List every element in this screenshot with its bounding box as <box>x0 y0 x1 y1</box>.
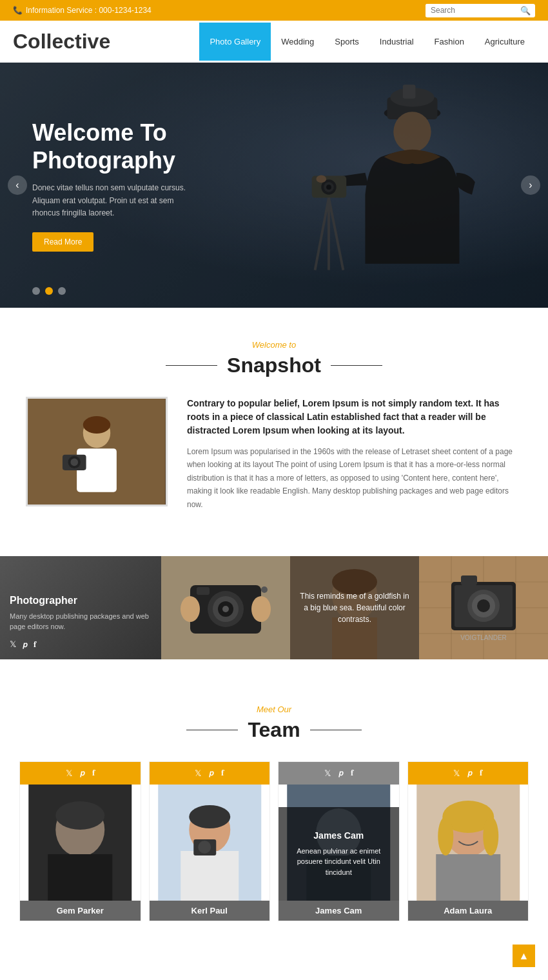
svg-rect-51 <box>48 854 112 901</box>
gallery-item-1-desc: Many desktop publishing packages and web… <box>10 612 152 632</box>
facebook-icon[interactable]: 𝐟 <box>34 639 36 650</box>
back-to-top-button[interactable]: ▲ <box>513 945 535 967</box>
team-card-james-cam: 𝕏 𝙥 𝐟 James Cam Aenean pulvinar ac enime… <box>278 761 400 921</box>
team-grid: 𝕏 𝙥 𝐟 Gem Parker 𝕏 𝙥 𝐟 <box>19 761 529 921</box>
bottom-sections: Our Specialization What We Do <box>0 954 548 980</box>
svg-point-56 <box>189 805 230 828</box>
team-card-top-gem: 𝕏 𝙥 𝐟 <box>20 762 141 785</box>
team-title: Team <box>19 718 529 742</box>
twitter-icon[interactable]: 𝕏 <box>195 768 201 778</box>
nav-sports[interactable]: Sports <box>324 23 369 61</box>
svg-point-19 <box>83 416 110 434</box>
hero-dots <box>32 287 66 295</box>
james-cam-desc: Aenean pulvinar ac enimet posuere tincid… <box>288 846 389 878</box>
team-card-img-gem <box>20 785 141 901</box>
hero-title: Welcome To Photography <box>32 119 290 174</box>
svg-point-27 <box>251 596 271 622</box>
svg-text:VOIGTLANDER: VOIGTLANDER <box>460 634 507 641</box>
twitter-icon[interactable]: 𝕏 <box>324 768 331 778</box>
team-card-img-james: James Cam Aenean pulvinar ac enimet posu… <box>279 785 399 901</box>
pinterest-icon[interactable]: 𝙥 <box>23 639 27 650</box>
hero-dot-1[interactable] <box>32 287 40 295</box>
facebook-icon[interactable]: 𝐟 <box>351 768 353 778</box>
hero-slider: Welcome To Photography Donec vitae tellu… <box>0 63 548 308</box>
team-card-name-james: James Cam <box>279 901 399 921</box>
svg-rect-64 <box>436 854 500 901</box>
facebook-icon[interactable]: 𝐟 <box>92 768 95 778</box>
hero-description: Donec vitae tellus non sem vulputate cur… <box>32 182 290 219</box>
hero-next-button[interactable]: › <box>521 175 540 195</box>
hero-dot-2[interactable] <box>45 287 53 295</box>
team-card-img-kerl <box>150 785 270 901</box>
svg-rect-28 <box>197 587 210 595</box>
nav-wedding[interactable]: Wedding <box>271 23 324 61</box>
svg-point-29 <box>261 586 268 593</box>
svg-point-67 <box>483 817 498 855</box>
snapshot-subtitle: Welcome to <box>26 340 522 350</box>
search-input[interactable] <box>426 4 516 17</box>
gallery-overlay-text: This reminds me of a goldfish in a big b… <box>300 590 409 625</box>
gallery-item-camera-hands[interactable] <box>161 556 290 659</box>
pinterest-icon[interactable]: 𝙥 <box>467 768 472 778</box>
twitter-icon[interactable]: 𝕏 <box>10 639 16 650</box>
nav-agriculture[interactable]: Agriculture <box>475 23 535 61</box>
nav-fashion[interactable]: Fashion <box>424 23 475 61</box>
gallery-item-vintage-camera[interactable]: VOIGTLANDER <box>419 556 548 659</box>
search-button[interactable]: 🔍 <box>516 4 535 17</box>
twitter-icon[interactable]: 𝕏 <box>66 768 72 778</box>
team-section: Meet Our Team 𝕏 𝙥 𝐟 Gem Parker <box>0 672 548 954</box>
hero-desc-line1: Donec vitae tellus non sem vulputate cur… <box>32 183 186 192</box>
svg-point-46 <box>477 599 490 612</box>
team-card-img-adam <box>408 785 529 901</box>
snapshot-body-text: Lorem Ipsum was popularised in the 1960s… <box>187 445 522 511</box>
snapshot-title: Snapshot <box>26 354 522 377</box>
hero-desc-line2: Aliquam erat volutpat. Proin ut est at s… <box>32 196 173 205</box>
top-bar: 📞 Information Service : 000-1234-1234 🔍 <box>0 0 548 21</box>
team-card-top-adam: 𝕏 𝙥 𝐟 <box>408 762 529 785</box>
snapshot-section: Welcome to Snapshot Contrary to popular … <box>0 308 548 543</box>
team-subtitle: Meet Our <box>19 705 529 714</box>
pinterest-icon[interactable]: 𝙥 <box>338 768 343 778</box>
hero-prev-button[interactable]: ‹ <box>8 175 27 195</box>
gallery-item-woman[interactable]: This reminds me of a goldfish in a big b… <box>290 556 419 659</box>
james-cam-name: James Cam <box>313 830 364 841</box>
gallery-item-1-social: 𝕏 𝙥 𝐟 <box>10 639 152 650</box>
snapshot-content: Contrary to popular belief, Lorem Ipsum … <box>26 397 522 511</box>
svg-point-66 <box>438 817 453 855</box>
search-bar[interactable]: 🔍 <box>426 4 535 17</box>
snapshot-image <box>26 397 168 506</box>
nav-photo-gallery[interactable]: Photo Gallery <box>199 23 271 61</box>
svg-point-18 <box>70 459 78 466</box>
facebook-icon[interactable]: 𝐟 <box>480 768 482 778</box>
info-bar: 📞 Information Service : 000-1234-1234 <box>13 6 152 15</box>
nav-industrial[interactable]: Industrial <box>369 23 424 61</box>
team-card-name-adam: Adam Laura <box>408 901 529 921</box>
facebook-icon[interactable]: 𝐟 <box>221 768 224 778</box>
team-card-name-gem: Gem Parker <box>20 901 141 921</box>
gallery-item-3-overlay: This reminds me of a goldfish in a big b… <box>290 556 419 659</box>
pinterest-icon[interactable]: 𝙥 <box>80 768 84 778</box>
snapshot-text: Contrary to popular belief, Lorem Ipsum … <box>187 397 522 511</box>
gallery-grid: Photographer Many desktop publishing pac… <box>0 556 548 659</box>
logo: Collective <box>13 30 199 54</box>
snapshot-main-text: Contrary to popular belief, Lorem Ipsum … <box>187 397 522 437</box>
svg-point-52 <box>55 801 104 830</box>
svg-rect-47 <box>461 575 477 585</box>
pinterest-icon[interactable]: 𝙥 <box>209 768 213 778</box>
svg-rect-55 <box>181 851 239 901</box>
team-card-gem-parker: 𝕏 𝙥 𝐟 Gem Parker <box>19 761 141 921</box>
twitter-icon[interactable]: 𝕏 <box>453 768 460 778</box>
gallery-item-photographer: Photographer Many desktop publishing pac… <box>0 556 161 659</box>
hero-dot-3[interactable] <box>58 287 66 295</box>
team-card-top-james: 𝕏 𝙥 𝐟 <box>279 762 399 785</box>
team-card-overlay-james: James Cam Aenean pulvinar ac enimet posu… <box>279 807 399 901</box>
header: Collective Photo Gallery Wedding Sports … <box>0 21 548 63</box>
svg-point-58 <box>198 841 211 854</box>
info-text: Information Service : 000-1234-1234 <box>26 6 152 15</box>
team-card-adam-laura: 𝕏 𝙥 𝐟 Adam Laura <box>407 761 529 921</box>
gallery-item-1-title: Photographer <box>10 595 152 606</box>
svg-point-26 <box>181 596 200 622</box>
read-more-button[interactable]: Read More <box>32 232 93 252</box>
phone-icon: 📞 <box>13 6 23 15</box>
team-card-kerl-paul: 𝕏 𝙥 𝐟 Kerl Paul <box>149 761 271 921</box>
